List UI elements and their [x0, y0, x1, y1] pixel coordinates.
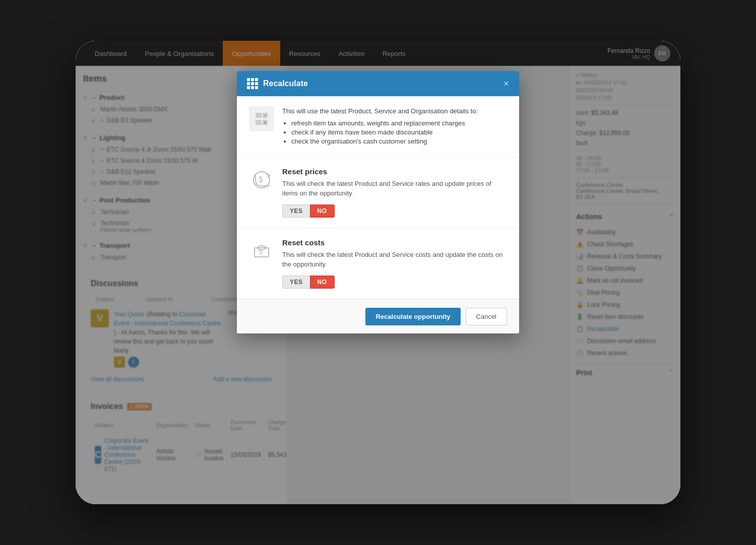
recalculate-modal: Recalculate × + −	[237, 71, 519, 333]
bullet-2: check if any items have been made discou…	[291, 128, 507, 136]
reset-prices-content: Reset prices This will check the latest …	[282, 167, 507, 218]
reset-prices-title: Reset prices	[282, 167, 507, 176]
reset-costs-content: Reset costs This will check the latest P…	[282, 238, 507, 289]
svg-text:$: $	[259, 175, 263, 184]
modal-info-text: This will use the latest Product, Servic…	[282, 106, 507, 147]
modal-info-paragraph: This will use the latest Product, Servic…	[282, 106, 507, 116]
reset-costs-yes-btn[interactable]: YES	[282, 276, 310, 289]
modal-header: Recalculate ×	[237, 71, 519, 96]
reset-costs-section: $ Reset costs This will check the latest…	[237, 228, 519, 299]
recalc-modal-icon: + −	[249, 106, 274, 131]
reset-prices-section: $ Reset prices This will check the lates…	[237, 157, 519, 228]
modal-close-button[interactable]: ×	[503, 79, 509, 89]
modal-info-section: + − This will use the latest Product, Se…	[237, 96, 519, 157]
modal-footer: Recalculate opportunity Cancel	[237, 299, 519, 333]
reset-prices-icon: $	[249, 167, 274, 192]
bullet-1: refresh item tax amounts, weights and re…	[291, 119, 507, 127]
reset-costs-toggle: YES NO	[282, 276, 507, 289]
grid-icon	[247, 78, 258, 89]
recalculate-button[interactable]: Recalculate opportunity	[365, 308, 460, 325]
app-container: Dashboard People & Organisations Opportu…	[76, 41, 680, 504]
bullet-3: check the organisation's cash customer s…	[291, 138, 507, 145]
reset-costs-no-btn[interactable]: NO	[310, 276, 335, 289]
reset-prices-toggle: YES NO	[282, 205, 507, 218]
svg-rect-0	[256, 113, 262, 118]
reset-prices-desc: This will check the latest Product and S…	[282, 179, 507, 198]
svg-rect-1	[256, 120, 262, 125]
reset-costs-title: Reset costs	[282, 238, 507, 247]
svg-text:−: −	[264, 112, 267, 118]
modal-overlay: Recalculate × + −	[76, 41, 680, 504]
modal-title: Recalculate	[247, 78, 308, 89]
modal-info-list: refresh item tax amounts, weights and re…	[282, 119, 507, 145]
reset-prices-no-btn[interactable]: NO	[310, 205, 335, 218]
cancel-button[interactable]: Cancel	[466, 308, 507, 325]
reset-costs-icon: $	[249, 238, 274, 263]
svg-text:$: $	[259, 249, 263, 256]
device-frame: Dashboard People & Organisations Opportu…	[76, 41, 680, 504]
reset-prices-yes-btn[interactable]: YES	[282, 205, 310, 218]
svg-text:+: +	[264, 120, 267, 125]
reset-costs-desc: This will check the latest Product and S…	[282, 250, 507, 269]
